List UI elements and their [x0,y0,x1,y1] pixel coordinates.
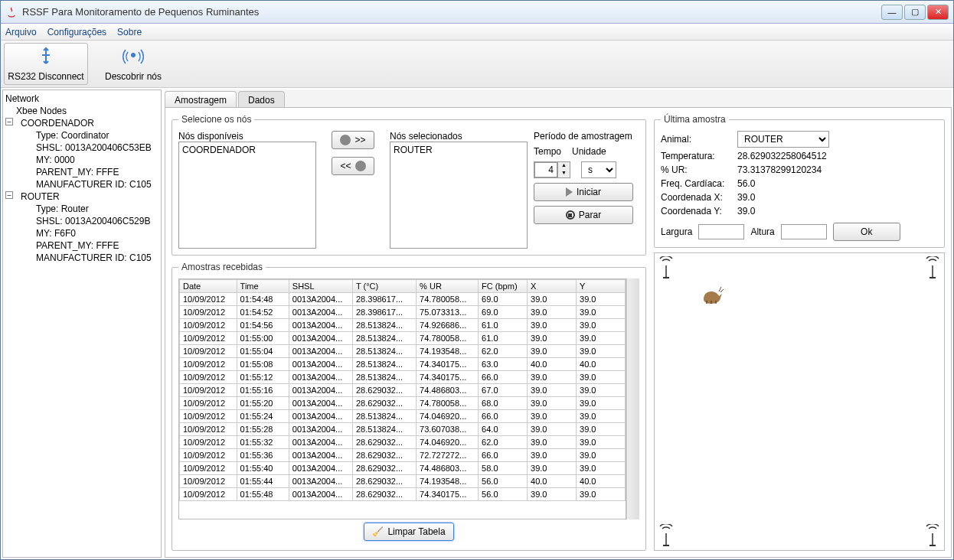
move-left-button[interactable]: << [332,157,374,175]
move-right-button[interactable]: >> [332,131,374,149]
cell-shsl: 0013A2004... [289,462,352,475]
table-row[interactable]: 10/09/201201:55:240013A2004...28.513824.… [180,410,626,423]
cell-x: 39.0 [528,371,577,384]
coord-y-label: Coordenada Y: [661,206,737,217]
stop-button[interactable]: Parar [534,206,633,224]
th-t[interactable]: T (°C) [352,280,416,293]
rs232-disconnect-button[interactable]: RS232 Disconnect [4,43,88,85]
cell-fc: 67.0 [479,384,528,397]
tempo-spinner[interactable]: ▲▼ [534,161,570,178]
th-y[interactable]: Y [577,280,626,293]
table-row[interactable]: 10/09/201201:54:560013A2004...28.513824.… [180,319,626,332]
tree-leaf: PARENT_MY: FFFE [5,239,158,252]
cell-shsl: 0013A2004... [289,319,352,332]
table-row[interactable]: 10/09/201201:55:040013A2004...28.513824.… [180,345,626,358]
antenna-icon [924,524,941,547]
th-time[interactable]: Time [237,280,289,293]
tab-dados[interactable]: Dados [238,91,285,107]
tempo-input[interactable] [534,162,557,177]
list-item[interactable]: ROUTER [392,144,525,156]
cell-time: 01:55:24 [237,410,289,423]
tree-root-network[interactable]: Network [5,93,158,105]
altura-input[interactable] [781,224,827,239]
table-row[interactable]: 10/09/201201:55:360013A2004...28.629032.… [180,449,626,462]
table-row[interactable]: 10/09/201201:55:200013A2004...28.629032.… [180,397,626,410]
cell-date: 10/09/2012 [180,345,237,358]
cell-ur: 74.340175... [417,371,479,384]
clear-table-button[interactable]: 🧹 Limpar Tabela [364,523,453,541]
largura-input[interactable] [698,224,744,239]
cell-x: 39.0 [528,462,577,475]
cell-t: 28.513824... [352,410,416,423]
cell-ur: 74.780058... [417,293,479,306]
table-row[interactable]: 10/09/201201:55:120013A2004...28.513824.… [180,371,626,384]
coord-y-value: 39.0 [737,206,938,217]
chevron-down-icon[interactable]: ▼ [557,170,570,177]
menu-config[interactable]: Configurações [47,27,106,37]
close-button[interactable]: ✕ [927,5,949,20]
samples-table-wrap[interactable]: Date Time SHSL T (°C) % UR FC (bpm) X Y [178,278,626,519]
scrollbar[interactable] [626,278,639,519]
cell-date: 10/09/2012 [180,397,237,410]
table-row[interactable]: 10/09/201201:54:480013A2004...28.398617.… [180,293,626,306]
start-button[interactable]: Iniciar [534,183,633,201]
discover-nodes-button[interactable]: Descobrir nós [91,43,175,85]
ok-button[interactable]: Ok [833,223,900,241]
cell-fc: 61.0 [479,319,528,332]
cell-t: 28.513824... [352,358,416,371]
selected-nodes-list[interactable]: ROUTER [390,142,528,249]
th-x[interactable]: X [528,280,577,293]
cell-fc: 62.0 [479,436,528,449]
tree-leaf: Type: Router [5,203,158,215]
cell-y: 39.0 [577,371,626,384]
tree-router[interactable]: –ROUTER [5,190,158,203]
cell-t: 28.513824... [352,345,416,358]
cell-shsl: 0013A2004... [289,332,352,345]
table-row[interactable]: 10/09/201201:55:160013A2004...28.629032.… [180,384,626,397]
cell-time: 01:55:20 [237,397,289,410]
maximize-button[interactable]: ▢ [904,5,926,20]
menu-file[interactable]: Arquivo [5,27,37,37]
table-row[interactable]: 10/09/201201:55:440013A2004...28.629032.… [180,475,626,488]
cell-ur: 74.486803... [417,384,479,397]
chevron-up-icon[interactable]: ▲ [557,162,570,170]
minimize-button[interactable]: — [881,5,903,20]
unidade-select[interactable]: s [581,161,616,178]
th-shsl[interactable]: SHSL [289,280,352,293]
cell-y: 40.0 [577,475,626,488]
tree-coordinator[interactable]: –COORDENADOR [5,117,158,129]
available-nodes-list[interactable]: COORDENADOR [178,142,316,249]
minus-icon[interactable]: – [5,118,13,125]
table-row[interactable]: 10/09/201201:55:080013A2004...28.513824.… [180,358,626,371]
cell-shsl: 0013A2004... [289,410,352,423]
table-row[interactable]: 10/09/201201:55:480013A2004...28.629032.… [180,488,626,501]
cell-t: 28.513824... [352,332,416,345]
cell-date: 10/09/2012 [180,332,237,345]
th-ur[interactable]: % UR [417,280,479,293]
th-fc[interactable]: FC (bpm) [479,280,528,293]
tree-leaf: MY: F6F0 [5,227,158,239]
ur-value: 73.31378299120234 [737,164,938,175]
cell-t: 28.513824... [352,319,416,332]
th-date[interactable]: Date [180,280,237,293]
animal-label: Animal: [661,134,737,145]
table-row[interactable]: 10/09/201201:55:280013A2004...28.513824.… [180,423,626,436]
cell-shsl: 0013A2004... [289,397,352,410]
list-item[interactable]: COORDENADOR [181,144,314,156]
cell-y: 39.0 [577,332,626,345]
animal-select[interactable]: ROUTER [737,131,829,148]
table-row[interactable]: 10/09/201201:55:000013A2004...28.513824.… [180,332,626,345]
table-row[interactable]: 10/09/201201:54:520013A2004...28.398617.… [180,306,626,319]
cell-shsl: 0013A2004... [289,371,352,384]
tree-xbee-nodes[interactable]: Xbee Nodes [5,105,158,117]
titlebar: RSSF Para Monitoramento de Pequenos Rumi… [1,1,953,24]
menu-about[interactable]: Sobre [117,27,142,37]
minus-icon[interactable]: – [5,191,13,199]
tab-amostragem[interactable]: Amostragem [165,91,237,107]
table-row[interactable]: 10/09/201201:55:320013A2004...28.629032.… [180,436,626,449]
discover-nodes-label: Descobrir nós [105,71,162,82]
table-row[interactable]: 10/09/201201:55:400013A2004...28.629032.… [180,462,626,475]
cell-fc: 69.0 [479,306,528,319]
cell-shsl: 0013A2004... [289,449,352,462]
cell-y: 39.0 [577,345,626,358]
